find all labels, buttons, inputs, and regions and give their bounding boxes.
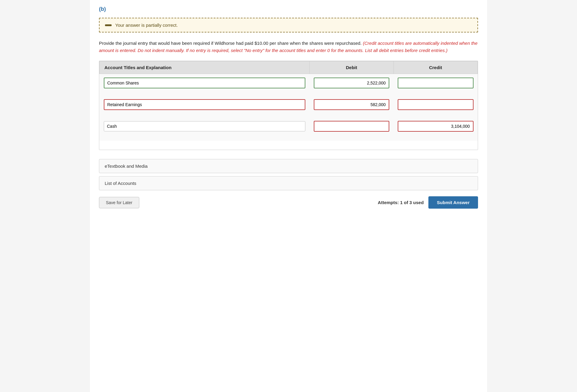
table-row	[100, 74, 478, 92]
row-spacer-1	[100, 92, 478, 97]
debit-input-3[interactable]	[314, 121, 389, 132]
instructions: Provide the journal entry that would hav…	[99, 40, 478, 54]
header-debit: Debit	[310, 61, 393, 74]
account-input-3[interactable]	[104, 121, 305, 131]
account-cell-1[interactable]	[100, 74, 310, 92]
list-of-accounts-label: List of Accounts	[105, 181, 136, 186]
account-input-1[interactable]	[104, 78, 305, 88]
etextbook-label: eTextbook and Media	[105, 164, 148, 169]
credit-cell-1[interactable]	[393, 74, 477, 92]
row-spacer-2	[100, 114, 478, 119]
instructions-normal: Provide the journal entry that would hav…	[99, 41, 362, 46]
journal-table: Account Titles and Explanation Debit Cre…	[99, 61, 478, 141]
journal-table-wrapper: Account Titles and Explanation Debit Cre…	[99, 61, 478, 150]
header-credit: Credit	[393, 61, 477, 74]
debit-input-2[interactable]	[314, 99, 389, 110]
submit-answer-button[interactable]: Submit Answer	[428, 196, 478, 209]
alert-box: Your answer is partially correct.	[99, 18, 478, 32]
attempts-text: Attempts: 1 of 3 used	[378, 200, 424, 205]
table-row	[100, 97, 478, 114]
table-row	[100, 119, 478, 135]
save-for-later-button[interactable]: Save for Later	[99, 197, 139, 208]
debit-cell-2[interactable]	[310, 97, 393, 114]
alert-icon	[105, 24, 112, 26]
bottom-bar: Save for Later Attempts: 1 of 3 used Sub…	[99, 196, 478, 209]
credit-input-2[interactable]	[398, 99, 473, 110]
credit-cell-2[interactable]	[393, 97, 477, 114]
row-spacer-3	[100, 135, 478, 141]
account-input-2[interactable]	[104, 99, 305, 110]
header-account: Account Titles and Explanation	[100, 61, 310, 74]
credit-input-3[interactable]	[398, 121, 473, 132]
part-label: (b)	[99, 6, 478, 12]
right-group: Attempts: 1 of 3 used Submit Answer	[378, 196, 478, 209]
debit-cell-1[interactable]	[310, 74, 393, 92]
etextbook-section[interactable]: eTextbook and Media	[99, 159, 478, 173]
list-of-accounts-section[interactable]: List of Accounts	[99, 176, 478, 190]
alert-text: Your answer is partially correct.	[115, 23, 178, 28]
debit-input-1[interactable]	[314, 78, 389, 88]
debit-cell-3[interactable]	[310, 119, 393, 135]
credit-cell-3[interactable]	[393, 119, 477, 135]
credit-input-1[interactable]	[398, 78, 473, 88]
account-cell-2[interactable]	[100, 97, 310, 114]
account-cell-3[interactable]	[100, 119, 310, 135]
